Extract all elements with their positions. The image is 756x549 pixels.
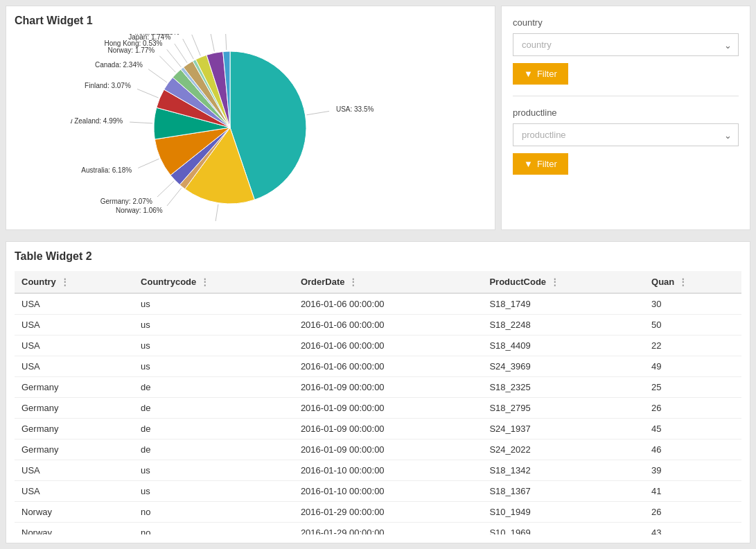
table-cell: USA (15, 315, 134, 336)
table-cell: 2016-01-29 00:00:00 (294, 523, 483, 535)
pie-label-line (159, 56, 175, 73)
col-header-country: Country⋮ (15, 271, 134, 293)
pie-label-line (130, 122, 152, 123)
productline-filter-button[interactable]: ▼ Filter (513, 153, 568, 175)
country-filter-button[interactable]: ▼ Filter (513, 63, 568, 85)
table-cell: 2016-01-09 00:00:00 (294, 419, 483, 439)
table-cell: Norway (15, 523, 134, 535)
table-cell: 39 (644, 460, 741, 481)
table-cell: S18_1749 (482, 293, 644, 315)
table-cell: 49 (644, 356, 741, 377)
table-widget-section: Table Widget 2 Country⋮Countrycode⋮Order… (6, 241, 750, 543)
table-row: Germanyde2016-01-09 00:00:00S18_279526 (15, 398, 741, 419)
productline-filter-label: productline (513, 107, 739, 118)
table-cell: us (134, 460, 294, 481)
productline-select-wrapper[interactable]: productline ⌄ (513, 123, 739, 146)
pie-label-line (191, 35, 200, 56)
pie-label-line (137, 89, 158, 98)
table-widget-title: Table Widget 2 (15, 250, 741, 263)
table-cell: 22 (644, 336, 741, 356)
table-cell: USA (15, 481, 134, 502)
table-cell: S18_4409 (482, 336, 644, 356)
table-cell: S18_1367 (482, 481, 644, 502)
table-cell: de (134, 398, 294, 419)
table-cell: 2016-01-10 00:00:00 (294, 460, 483, 481)
table-cell: Germany (15, 377, 134, 398)
col-menu-icon[interactable]: ⋮ (349, 277, 358, 287)
table-cell: 2016-01-09 00:00:00 (294, 377, 483, 398)
table-header-row: Country⋮Countrycode⋮OrderDate⋮ProductCod… (15, 271, 741, 293)
pie-label: Ireland: 0.53% (134, 34, 179, 36)
table-cell: S24_3969 (482, 356, 644, 377)
table-cell: 2016-01-09 00:00:00 (294, 398, 483, 419)
table-row: Norwayno2016-01-29 00:00:00S10_196943 (15, 523, 741, 535)
table-cell: S18_2248 (482, 315, 644, 336)
pie-label-line (209, 34, 214, 51)
col-header-countrycode: Countrycode⋮ (134, 271, 294, 293)
table-cell: no (134, 502, 294, 523)
country-select-wrapper[interactable]: country ⌄ (513, 33, 739, 56)
table-cell: Germany (15, 419, 134, 439)
table-cell: S24_2022 (482, 439, 644, 460)
table-cell: S10_1969 (482, 523, 644, 535)
chart-widget-title: Chart Widget 1 (15, 15, 486, 27)
country-select[interactable]: country (513, 33, 739, 56)
table-cell: de (134, 419, 294, 439)
pie-label: Canada: 2.34% (94, 61, 142, 69)
table-row: USAus2016-01-06 00:00:00S18_224850 (15, 315, 741, 336)
col-menu-icon[interactable]: ⋮ (60, 277, 69, 287)
table-cell: us (134, 481, 294, 502)
pie-label: USA: 33.5% (335, 105, 373, 113)
table-cell: S24_1937 (482, 419, 644, 439)
table-cell: 2016-01-29 00:00:00 (294, 502, 483, 523)
table-row: USAus2016-01-06 00:00:00S18_174930 (15, 293, 741, 315)
pie-label-line (182, 39, 193, 59)
pie-label-line (157, 181, 174, 197)
table-row: Germanyde2016-01-09 00:00:00S18_232525 (15, 377, 741, 398)
table-row: Germanyde2016-01-09 00:00:00S24_193745 (15, 419, 741, 439)
pie-label: New Zealand: 4.99% (71, 117, 123, 125)
table-row: USAus2016-01-06 00:00:00S24_396949 (15, 356, 741, 377)
table-cell: 2016-01-06 00:00:00 (294, 356, 483, 377)
pie-label-line (148, 69, 167, 82)
table-cell: 25 (644, 377, 741, 398)
table-cell: de (134, 377, 294, 398)
table-row: Norwayno2016-01-29 00:00:00S10_194926 (15, 502, 741, 523)
table-cell: Norway (15, 502, 134, 523)
table-wrapper[interactable]: Country⋮Countrycode⋮OrderDate⋮ProductCod… (15, 271, 741, 534)
table-cell: USA (15, 336, 134, 356)
table-cell: S18_2795 (482, 398, 644, 419)
table-row: Germanyde2016-01-09 00:00:00S24_202246 (15, 439, 741, 460)
table-cell: no (134, 523, 294, 535)
country-filter-label-btn: Filter (537, 69, 557, 79)
table-cell: de (134, 439, 294, 460)
col-menu-icon[interactable]: ⋮ (550, 277, 559, 287)
table-cell: 2016-01-06 00:00:00 (294, 315, 483, 336)
chart-area: USA: 33.5%Spain: 11.43%Norway: 1.06%Germ… (15, 34, 486, 221)
table-cell: Germany (15, 398, 134, 419)
pie-label: Germany: 2.07% (100, 198, 152, 205)
filter-icon: ▼ (524, 69, 533, 79)
col-menu-icon[interactable]: ⋮ (678, 277, 687, 287)
table-cell: 50 (644, 315, 741, 336)
country-filter-label: country (513, 17, 739, 28)
filter-icon-2: ▼ (524, 159, 533, 169)
country-filter-group: country country ⌄ ▼ Filter (513, 17, 739, 96)
data-table: Country⋮Countrycode⋮OrderDate⋮ProductCod… (15, 271, 741, 534)
pie-label: Australia: 6.18% (81, 166, 132, 174)
table-cell: 45 (644, 419, 741, 439)
productline-select[interactable]: productline (513, 123, 739, 146)
table-cell: USA (15, 460, 134, 481)
table-cell: 2016-01-06 00:00:00 (294, 336, 483, 356)
col-menu-icon[interactable]: ⋮ (200, 277, 209, 287)
table-cell: us (134, 356, 294, 377)
col-header-productcode: ProductCode⋮ (482, 271, 644, 293)
table-cell: us (134, 293, 294, 315)
table-cell: 2016-01-09 00:00:00 (294, 439, 483, 460)
productline-filter-group: productline productline ⌄ ▼ Filter (513, 107, 739, 186)
pie-label-line (167, 188, 182, 206)
table-cell: USA (15, 293, 134, 315)
table-cell: 2016-01-06 00:00:00 (294, 293, 483, 315)
table-cell: 26 (644, 502, 741, 523)
table-row: USAus2016-01-10 00:00:00S18_136741 (15, 481, 741, 502)
